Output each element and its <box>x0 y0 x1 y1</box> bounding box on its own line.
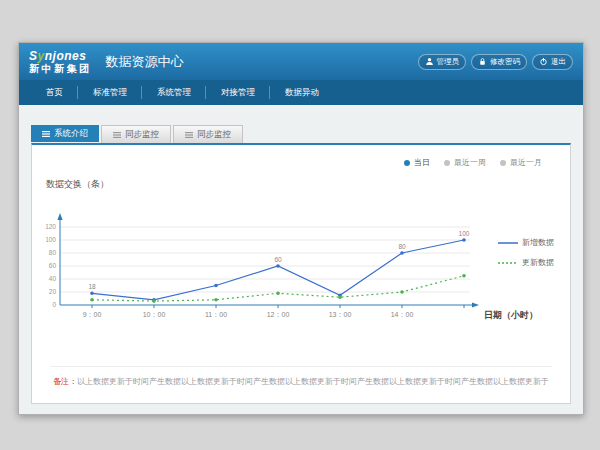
svg-text:18: 18 <box>88 283 96 290</box>
svg-text:13：00: 13：00 <box>329 311 352 318</box>
svg-text:100: 100 <box>46 236 56 243</box>
filter-today[interactable]: 当日 <box>404 157 430 168</box>
legend-label: 更新数据 <box>522 257 554 268</box>
footnote-text: 以上数据更新于时间产生数据以上数据更新于时间产生数据以上数据更新于时间产生数据以… <box>77 377 549 386</box>
tab-system-intro[interactable]: 系统介绍 <box>31 125 99 142</box>
admin-user-button[interactable]: 管理员 <box>418 54 467 70</box>
tab-sync-monitor-2[interactable]: 同步监控 <box>173 125 243 143</box>
app-window: Synjones 新中新集团 数据资源中心 管理员 修改密码 退出 <box>18 42 584 415</box>
footnote: 备注：以上数据更新于时间产生数据以上数据更新于时间产生数据以上数据更新于时间产生… <box>50 366 552 387</box>
time-range-filter: 当日 最近一周 最近一月 <box>404 157 542 168</box>
line-chart: 0204060801001209：0010：0011：0012：0013：001… <box>46 205 516 327</box>
nav-item-system-mgmt[interactable]: 系统管理 <box>142 80 206 105</box>
tab-label: 系统介绍 <box>54 128 88 140</box>
svg-text:40: 40 <box>49 275 57 282</box>
svg-text:10：00: 10：00 <box>143 311 166 318</box>
admin-user-label: 管理员 <box>437 57 460 67</box>
svg-text:80: 80 <box>398 243 406 250</box>
svg-text:14：00: 14：00 <box>391 311 414 318</box>
tab-label: 同步监控 <box>125 129 159 141</box>
svg-text:120: 120 <box>46 223 56 230</box>
chart-x-axis-title: 日期（小时） <box>484 309 538 322</box>
nav-item-home[interactable]: 首页 <box>31 80 78 105</box>
legend-item-updated-data[interactable]: 更新数据 <box>498 257 554 268</box>
filter-label: 最近一月 <box>510 157 542 168</box>
filter-last-month[interactable]: 最近一月 <box>500 157 542 168</box>
svg-text:60: 60 <box>274 256 282 263</box>
brand-logo-text: Synjones <box>29 50 92 62</box>
change-password-label: 修改密码 <box>490 57 520 67</box>
list-icon <box>113 131 121 139</box>
page-title: 数据资源中心 <box>106 53 418 71</box>
logout-label: 退出 <box>551 57 566 67</box>
svg-text:12：00: 12：00 <box>267 311 290 318</box>
svg-text:100: 100 <box>459 230 470 237</box>
svg-text:11：00: 11：00 <box>205 311 227 318</box>
svg-text:80: 80 <box>49 249 57 256</box>
brand-logo: Synjones 新中新集团 <box>29 50 92 74</box>
nav-item-interface-mgmt[interactable]: 对接管理 <box>206 80 270 105</box>
chart-series-legend: 新增数据 更新数据 <box>498 237 554 268</box>
main-nav: 首页 标准管理 系统管理 对接管理 数据异动 <box>19 80 583 105</box>
svg-text:20: 20 <box>49 288 57 295</box>
list-icon <box>185 131 193 139</box>
lock-icon <box>478 57 487 66</box>
list-icon <box>42 130 50 138</box>
user-icon <box>425 57 434 66</box>
legend-line-sample-icon <box>498 260 518 266</box>
tab-sync-monitor-1[interactable]: 同步监控 <box>101 125 171 143</box>
legend-line-sample-icon <box>498 240 518 246</box>
svg-text:0: 0 <box>52 301 56 308</box>
svg-text:9：00: 9：00 <box>83 311 102 318</box>
legend-label: 新增数据 <box>522 237 554 248</box>
chart-y-axis-title: 数据交换（条） <box>46 178 109 191</box>
power-icon <box>539 57 548 66</box>
filter-label: 最近一周 <box>454 157 486 168</box>
app-header: Synjones 新中新集团 数据资源中心 管理员 修改密码 退出 <box>19 43 583 80</box>
legend-item-new-data[interactable]: 新增数据 <box>498 237 554 248</box>
nav-item-data-changes[interactable]: 数据异动 <box>270 80 334 105</box>
tab-label: 同步监控 <box>197 129 231 141</box>
svg-text:60: 60 <box>49 262 57 269</box>
tab-bar: 系统介绍 同步监控 同步监控 <box>19 105 583 143</box>
brand-logo-subtext: 新中新集团 <box>29 64 92 74</box>
footnote-prefix: 备注： <box>53 377 77 386</box>
header-button-group: 管理员 修改密码 退出 <box>418 54 574 70</box>
chart-panel: 当日 最近一周 最近一月 数据交换（条） 0204060801001209：00… <box>31 143 571 404</box>
nav-item-standard-mgmt[interactable]: 标准管理 <box>78 80 142 105</box>
filter-last-week[interactable]: 最近一周 <box>444 157 486 168</box>
radio-dot-icon <box>444 160 450 166</box>
radio-dot-icon <box>500 160 506 166</box>
logout-button[interactable]: 退出 <box>532 54 573 70</box>
radio-dot-icon <box>404 160 410 166</box>
filter-label: 当日 <box>414 157 430 168</box>
change-password-button[interactable]: 修改密码 <box>471 54 527 70</box>
